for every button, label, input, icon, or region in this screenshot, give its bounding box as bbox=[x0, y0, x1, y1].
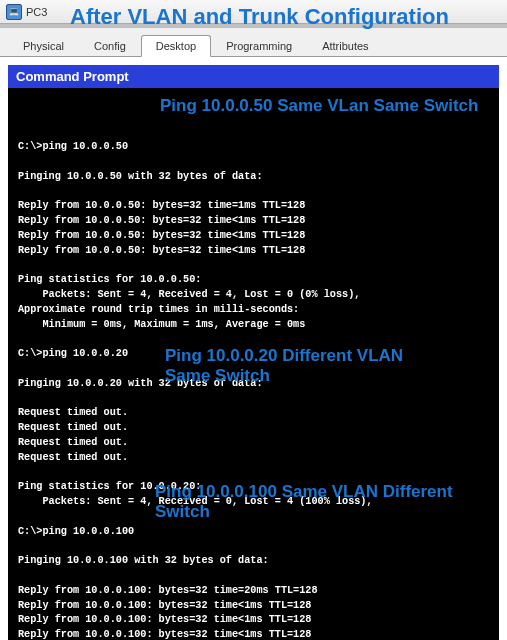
terminal[interactable]: C:\>ping 10.0.0.50 Pinging 10.0.0.50 wit… bbox=[8, 88, 499, 640]
window-titlebar: 💻 PC3 bbox=[0, 0, 507, 24]
annotation-ping-50: Ping 10.0.0.50 Same VLan Same Switch bbox=[160, 96, 499, 116]
tab-desktop[interactable]: Desktop bbox=[141, 35, 211, 57]
terminal-output: C:\>ping 10.0.0.50 Pinging 10.0.0.50 wit… bbox=[18, 126, 489, 640]
app-icon: 💻 bbox=[6, 4, 22, 20]
tab-programming[interactable]: Programming bbox=[211, 35, 307, 57]
workspace: Command Prompt C:\>ping 10.0.0.50 Pingin… bbox=[0, 57, 507, 640]
window-title: PC3 bbox=[26, 6, 47, 18]
tab-config[interactable]: Config bbox=[79, 35, 141, 57]
tab-attributes[interactable]: Attributes bbox=[307, 35, 383, 57]
tab-bar: Physical Config Desktop Programming Attr… bbox=[0, 28, 507, 57]
command-prompt-titlebar: Command Prompt bbox=[8, 65, 499, 88]
tab-physical[interactable]: Physical bbox=[8, 35, 79, 57]
